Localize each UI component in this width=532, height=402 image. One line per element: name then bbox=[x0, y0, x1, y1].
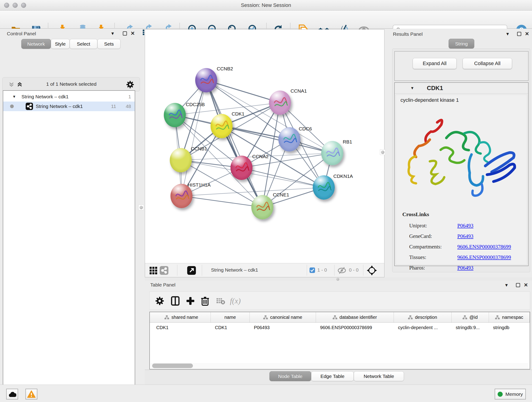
panel-float-icon[interactable] bbox=[517, 32, 521, 36]
right-splitter-grip[interactable] bbox=[380, 149, 385, 155]
table-cell[interactable]: P06493 bbox=[250, 323, 316, 332]
toolbar-divider bbox=[177, 265, 177, 276]
table-cell[interactable]: cyclin-dependent ... bbox=[394, 323, 452, 332]
panel-collapse-icon[interactable]: ▾ bbox=[505, 282, 508, 288]
tab-style[interactable]: Style bbox=[51, 39, 70, 49]
gene-header-row[interactable]: ▼ CDK1 bbox=[395, 83, 528, 94]
column-header-namespac[interactable]: namespac bbox=[489, 312, 530, 322]
protein-ribbon-thumbnail bbox=[313, 175, 335, 200]
add-column-icon[interactable] bbox=[184, 295, 196, 307]
column-type-icon bbox=[462, 315, 467, 319]
crosslink-value[interactable]: 9606.ENSP00000378699 bbox=[457, 244, 511, 250]
network-node-ccne1[interactable] bbox=[251, 195, 273, 219]
table-cell[interactable]: CDK1 bbox=[211, 323, 250, 332]
detach-view-icon[interactable] bbox=[187, 266, 196, 275]
node-label-cdk1: CDK1 bbox=[232, 111, 244, 117]
expand-all-button[interactable]: Expand All bbox=[413, 58, 457, 69]
status-bar: Memory bbox=[0, 385, 532, 402]
column-header-name[interactable]: name bbox=[211, 312, 250, 322]
column-header-database-identifier[interactable]: database identifier bbox=[316, 312, 394, 322]
network-node-rb1[interactable] bbox=[321, 141, 343, 165]
left-splitter-grip[interactable] bbox=[138, 205, 144, 210]
delete-column-icon[interactable] bbox=[199, 295, 211, 307]
panel-close-icon[interactable]: ✕ bbox=[525, 31, 529, 37]
table-tabs: Node TableEdge TableNetwork Table bbox=[269, 371, 404, 381]
grid-view-icon[interactable] bbox=[149, 266, 157, 274]
table-tabs-strip: Node TableEdge TableNetwork Table bbox=[145, 370, 532, 385]
tab-network-table[interactable]: Network Table bbox=[354, 371, 404, 381]
table-cell[interactable]: CDK1 bbox=[152, 323, 211, 332]
panel-collapse-icon[interactable]: ▾ bbox=[506, 31, 509, 37]
tab-sets[interactable]: Sets bbox=[97, 39, 120, 49]
tab-node-table[interactable]: Node Table bbox=[269, 371, 311, 381]
table-settings-gear-icon[interactable] bbox=[154, 295, 166, 307]
column-type-icon bbox=[408, 315, 413, 319]
toolbar-divider bbox=[334, 265, 335, 276]
table-toolbar: f(x) bbox=[149, 292, 530, 310]
network-node-ccnb1[interactable] bbox=[170, 148, 192, 172]
selected-checkbox-icon[interactable] bbox=[310, 268, 315, 273]
network-node-cdk1[interactable] bbox=[210, 114, 233, 138]
table-cell[interactable]: 9606.ENSP00000378699 bbox=[316, 323, 394, 332]
gene-symbol: CDK1 bbox=[427, 85, 443, 92]
horizontal-splitter[interactable] bbox=[145, 277, 532, 281]
crosslink-row: Pharos:P06493 bbox=[409, 263, 524, 273]
tab-network[interactable]: Network bbox=[21, 39, 51, 49]
network-status-dot bbox=[10, 104, 14, 108]
panel-close-icon[interactable]: ✕ bbox=[524, 282, 528, 288]
collapse-all-button[interactable]: Collapse All bbox=[462, 58, 512, 69]
column-type-icon bbox=[495, 315, 500, 319]
column-header-canonical-name[interactable]: canonical name bbox=[250, 312, 316, 322]
network-node-ccna2[interactable] bbox=[230, 156, 253, 180]
warning-button[interactable] bbox=[25, 389, 37, 400]
network-canvas[interactable]: CCNB2CCNA1CDC25BCDK1CDC6RB1CCNB1CCNA2CDK… bbox=[145, 30, 384, 263]
column-header-shared-name[interactable]: shared name bbox=[152, 312, 211, 322]
tab-edge-table[interactable]: Edge Table bbox=[311, 371, 354, 381]
panel-collapse-icon[interactable]: ▾ bbox=[111, 31, 114, 36]
node-label-cdc25b: CDC25B bbox=[186, 102, 205, 107]
crosslink-value[interactable]: 9606.ENSP00000378699 bbox=[457, 254, 511, 260]
delete-table-icon[interactable] bbox=[215, 295, 227, 307]
network-list: ▼ String Network – cdk1 1 String Network… bbox=[3, 90, 135, 402]
cloud-button[interactable] bbox=[6, 389, 18, 400]
table-cell[interactable]: stringdb bbox=[489, 323, 530, 332]
share-view-icon[interactable] bbox=[160, 266, 168, 275]
column-type-icon bbox=[263, 315, 268, 319]
network-node-cdc6[interactable] bbox=[278, 127, 300, 152]
column-header-description[interactable]: description bbox=[394, 312, 452, 322]
table-cell[interactable]: stringdb:9... bbox=[452, 323, 489, 332]
panel-float-icon[interactable] bbox=[123, 32, 127, 36]
function-builder-icon[interactable]: f(x) bbox=[229, 295, 241, 307]
panel-close-icon[interactable]: ✕ bbox=[131, 31, 135, 36]
column-header-label: @id bbox=[469, 315, 478, 320]
node-label-ccna2: CCNA2 bbox=[252, 154, 268, 159]
network-node-ccnb2[interactable] bbox=[195, 68, 217, 92]
crosshair-icon[interactable] bbox=[366, 265, 377, 276]
crosslink-value[interactable]: P06493 bbox=[457, 265, 473, 271]
network-node-ccna1[interactable] bbox=[269, 90, 291, 115]
gene-description: cyclin-dependent kinase 1 bbox=[400, 97, 459, 103]
tab-string[interactable]: String bbox=[449, 39, 474, 49]
tree-expand-icon[interactable]: ▼ bbox=[12, 95, 16, 99]
network-row[interactable]: String Network – cdk1 11 48 bbox=[3, 102, 135, 111]
crosslink-value[interactable]: P06493 bbox=[457, 233, 473, 239]
column-header--id[interactable]: @id bbox=[452, 312, 489, 322]
network-node-cdc25b[interactable] bbox=[164, 103, 186, 127]
show-columns-icon[interactable] bbox=[169, 295, 181, 307]
crosslink-label: Compartments: bbox=[409, 244, 457, 250]
node-label-hist1h1a: HIST1H1A bbox=[188, 182, 210, 188]
horizontal-scrollbar-thumb[interactable] bbox=[152, 364, 193, 368]
network-collection-row[interactable]: ▼ String Network – cdk1 1 bbox=[3, 92, 135, 102]
crosslink-row: Compartments:9606.ENSP00000378699 bbox=[409, 242, 524, 252]
memory-button[interactable]: Memory bbox=[495, 389, 526, 400]
protein-ribbon-thumbnail bbox=[210, 114, 233, 138]
gene-collapse-icon[interactable]: ▼ bbox=[410, 86, 414, 90]
panel-float-icon[interactable] bbox=[516, 283, 520, 287]
tab-select[interactable]: Select bbox=[70, 39, 97, 49]
cloud-icon bbox=[8, 391, 16, 397]
hidden-count-badge: 0 - 0 bbox=[349, 267, 359, 273]
network-node-cdkn1a[interactable] bbox=[313, 175, 335, 200]
horizontal-splitter-grip[interactable] bbox=[336, 278, 339, 281]
crosslink-value[interactable]: P06493 bbox=[457, 223, 473, 229]
network-options-gear-icon[interactable] bbox=[126, 81, 134, 89]
